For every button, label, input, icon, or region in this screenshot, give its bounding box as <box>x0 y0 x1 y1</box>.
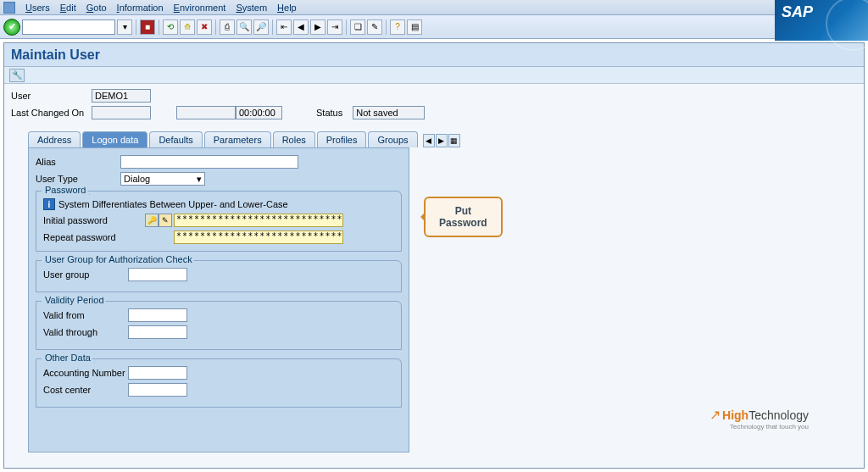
auth-group: User Group for Authorization Check User … <box>36 260 402 292</box>
find-next-button[interactable]: 🔎 <box>253 19 269 35</box>
tab-parameters[interactable]: Parameters <box>204 131 271 147</box>
accounting-number-label: Accounting Number <box>43 368 128 378</box>
exit-button[interactable]: ⟰ <box>180 19 195 35</box>
find-button[interactable]: 🔍 <box>236 19 252 35</box>
repeat-password-label: Repeat password <box>43 232 145 242</box>
tab-scroll-left-icon[interactable]: ◀ <box>423 134 435 147</box>
shortcut-button[interactable]: ✎ <box>367 19 382 35</box>
back-button[interactable]: ⟲ <box>163 19 178 35</box>
menu-system[interactable]: System <box>231 3 272 13</box>
tab-scroll-right-icon[interactable]: ▶ <box>436 134 448 147</box>
tab-address[interactable]: Address <box>28 131 81 147</box>
tab-list-icon[interactable]: ▦ <box>448 134 460 147</box>
menu-help[interactable]: Help <box>272 3 302 13</box>
layout-button[interactable]: ▤ <box>407 19 422 35</box>
save-button[interactable]: ■ <box>140 19 155 35</box>
menu-edit[interactable]: Edit <box>55 3 81 13</box>
auth-group-legend: User Group for Authorization Check <box>42 254 197 264</box>
tab-body-logon: Alias User Type Dialog ▾ Password i Syst… <box>28 147 409 453</box>
valid-from-input[interactable] <box>128 308 187 322</box>
watermark-tagline: Technology that touch you <box>709 423 809 430</box>
menu-information[interactable]: Information <box>112 3 169 13</box>
tab-groups[interactable]: Groups <box>368 131 417 147</box>
last-changed-by-field <box>92 106 151 119</box>
prev-page-button[interactable]: ◀ <box>293 19 309 35</box>
screen-area: Maintain User 🔧 User DEMO1 Last Changed … <box>3 42 865 469</box>
user-label: User <box>11 91 92 101</box>
page-title: Maintain User <box>4 43 864 67</box>
other-data-legend: Other Data <box>42 353 95 363</box>
initial-password-label: Initial password <box>43 215 145 225</box>
command-dropdown-icon[interactable]: ▾ <box>117 19 132 35</box>
usertype-value: Dialog <box>124 174 150 184</box>
measure-button[interactable]: 🔧 <box>9 69 25 82</box>
tab-profiles[interactable]: Profiles <box>317 131 367 147</box>
password-legend: Password <box>42 185 90 195</box>
next-page-button[interactable]: ▶ <box>310 19 326 35</box>
validity-group: Validity Period Valid from Valid through <box>36 301 402 350</box>
cancel-button[interactable]: ✖ <box>197 19 212 35</box>
status-label: Status <box>316 108 342 118</box>
usergroup-input[interactable] <box>128 268 187 281</box>
print-button[interactable]: ⎙ <box>220 19 235 35</box>
watermark-arrow-icon: ↗ <box>709 407 721 423</box>
annotation-callout: Put Password <box>424 197 503 237</box>
password-group: Password i System Differentiates Between… <box>36 191 402 252</box>
menu-goto[interactable]: Goto <box>81 3 112 13</box>
tabstrip: Address Logon data Defaults Parameters R… <box>11 131 857 147</box>
dropdown-icon: ▾ <box>197 174 202 185</box>
help-button[interactable]: ? <box>390 19 405 35</box>
menu-users[interactable]: Users <box>20 3 55 13</box>
last-changed-time-field: 00:00:00 <box>236 106 282 119</box>
watermark-brand-post: Technology <box>748 408 809 422</box>
usergroup-label: User group <box>43 269 128 280</box>
standard-toolbar: ✔ ▾ ■ ⟲ ⟰ ✖ ⎙ 🔍 🔎 ⇤ ◀ ▶ ⇥ ❏ ✎ ? ▤ <box>0 15 868 39</box>
app-toolbar: 🔧 <box>4 67 864 84</box>
alias-input[interactable] <box>120 155 298 169</box>
last-changed-label: Last Changed On <box>11 108 92 118</box>
user-field[interactable]: DEMO1 <box>92 89 151 103</box>
cost-center-input[interactable] <box>128 383 187 397</box>
callout-line2: Password <box>439 217 487 229</box>
last-page-button[interactable]: ⇥ <box>327 19 342 35</box>
other-data-group: Other Data Accounting Number Cost center <box>36 358 402 408</box>
case-note: System Differentiates Between Upper- and… <box>58 199 288 209</box>
first-page-button[interactable]: ⇤ <box>276 19 292 35</box>
validity-legend: Validity Period <box>42 295 108 305</box>
info-icon: i <box>43 198 55 210</box>
usertype-select[interactable]: Dialog ▾ <box>120 172 205 186</box>
sap-logo: SAP <box>775 0 868 41</box>
deactivate-password-button[interactable]: ✎ <box>159 214 172 227</box>
initial-password-input[interactable]: ************************************ <box>174 214 343 227</box>
accounting-number-input[interactable] <box>128 366 187 380</box>
tab-logon-data[interactable]: Logon data <box>82 131 147 147</box>
cost-center-label: Cost center <box>43 385 128 395</box>
command-field[interactable] <box>22 19 115 35</box>
last-changed-date-field <box>176 106 236 119</box>
new-session-button[interactable]: ❏ <box>350 19 365 35</box>
enter-button[interactable]: ✔ <box>3 19 20 36</box>
valid-from-label: Valid from <box>43 310 128 320</box>
usertype-label: User Type <box>36 174 120 184</box>
valid-through-label: Valid through <box>43 327 128 337</box>
tab-defaults[interactable]: Defaults <box>149 131 202 147</box>
menubar: Users Edit Goto Information Environment … <box>0 0 868 15</box>
callout-line1: Put <box>439 205 487 217</box>
generate-password-button[interactable]: 🔑 <box>145 214 159 227</box>
watermark-brand-pre: High <box>722 408 748 422</box>
valid-through-input[interactable] <box>128 325 187 339</box>
repeat-password-input[interactable]: ************************************ <box>174 230 343 244</box>
watermark: ↗HighTechnology Technology that touch yo… <box>709 407 809 430</box>
system-menu-icon[interactable] <box>3 2 15 14</box>
alias-label: Alias <box>36 157 120 167</box>
tab-roles[interactable]: Roles <box>273 131 315 147</box>
status-field: Not saved <box>353 106 425 119</box>
menu-environment[interactable]: Environment <box>169 3 231 13</box>
